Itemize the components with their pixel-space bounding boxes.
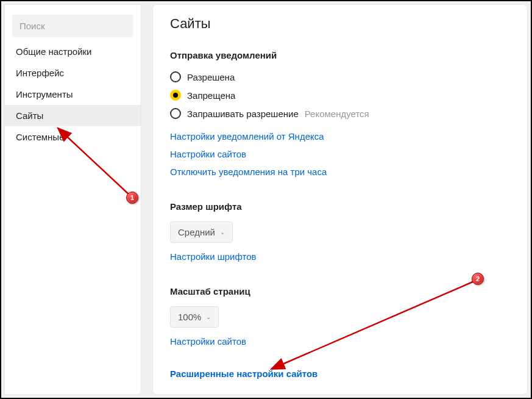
sidebar-item-sites[interactable]: Сайты	[5, 105, 141, 126]
radio-ask[interactable]: Запрашивать разрешение Рекомендуется	[170, 104, 510, 123]
font-size-value: Средний	[178, 227, 215, 237]
font-size-select[interactable]: Средний ⌄	[170, 221, 233, 243]
radio-icon	[170, 71, 181, 82]
link-font-settings[interactable]: Настройки шрифтов	[170, 248, 257, 265]
sidebar-item-interface[interactable]: Интерфейс	[5, 62, 141, 84]
main-content: Сайты Отправка уведомлений Разрешена Зап…	[153, 5, 527, 394]
sidebar-item-general[interactable]: Общие настройки	[5, 41, 141, 62]
chevron-down-icon: ⌄	[220, 229, 225, 235]
scale-select[interactable]: 100% ⌄	[170, 306, 219, 328]
link-advanced-site-settings[interactable]: Расширенные настройки сайтов	[170, 365, 317, 383]
radio-label: Запрещена	[187, 90, 235, 101]
radio-icon	[170, 90, 181, 101]
page-title: Сайты	[170, 16, 510, 32]
link-yandex-notifications[interactable]: Настройки уведомлений от Яндекса	[170, 128, 324, 145]
radio-icon	[170, 108, 181, 119]
chevron-down-icon: ⌄	[206, 314, 211, 320]
annotation-badge-2: 2	[472, 273, 484, 285]
sidebar-item-tools[interactable]: Инструменты	[5, 84, 141, 105]
settings-sidebar: Поиск Общие настройки Интерфейс Инструме…	[5, 5, 141, 394]
annotation-badge-1: 1	[126, 192, 138, 204]
radio-blocked[interactable]: Запрещена	[170, 86, 510, 104]
recommended-hint: Рекомендуется	[305, 109, 369, 119]
radio-label: Запрашивать разрешение	[187, 109, 299, 119]
font-size-heading: Размер шрифта	[170, 201, 510, 212]
link-site-settings[interactable]: Настройки сайтов	[170, 145, 246, 163]
link-scale-site-settings[interactable]: Настройки сайтов	[170, 332, 246, 350]
radio-allowed[interactable]: Разрешена	[170, 68, 510, 86]
sidebar-item-system[interactable]: Системные	[5, 126, 141, 148]
radio-label: Разрешена	[187, 72, 235, 82]
link-disable-3h[interactable]: Отключить уведомления на три часа	[170, 163, 327, 181]
notifications-heading: Отправка уведомлений	[170, 50, 510, 60]
scale-value: 100%	[178, 312, 201, 322]
search-input[interactable]: Поиск	[12, 15, 133, 37]
scale-heading: Масштаб страниц	[170, 286, 510, 297]
